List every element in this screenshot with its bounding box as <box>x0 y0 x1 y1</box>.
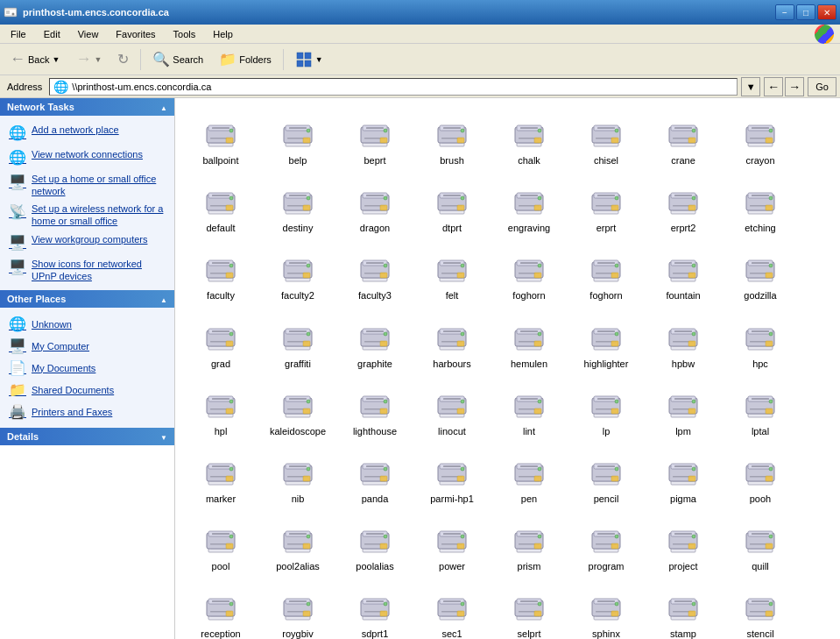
menu-tools[interactable]: Tools <box>166 27 203 41</box>
printer-item-hemulen[interactable]: hemulen <box>491 309 568 376</box>
printer-item-chalk[interactable]: chalk <box>491 105 568 173</box>
printer-item-brush[interactable]: brush <box>413 105 491 173</box>
printer-item-stamp[interactable]: stamp <box>645 579 722 639</box>
window-controls[interactable]: − □ ✕ <box>775 4 836 20</box>
my-computer-link[interactable]: 🖥️ My Computer <box>7 335 167 357</box>
printer-item-kaleidoscope[interactable]: kaleidoscope <box>259 376 336 444</box>
printer-item-project[interactable]: project <box>645 511 722 579</box>
maximize-button[interactable]: □ <box>796 4 815 20</box>
close-button[interactable]: ✕ <box>817 4 836 20</box>
printer-item-pigma[interactable]: pigma <box>645 444 722 511</box>
printer-item-erprt[interactable]: erprt <box>568 173 645 240</box>
printer-item-engraving[interactable]: engraving <box>491 173 568 240</box>
printer-item-lpm[interactable]: lpm <box>645 376 722 444</box>
view-workgroup-link[interactable]: 🖥️ View workgroup computers <box>7 231 167 255</box>
address-value[interactable]: \\printhost-um.encs.concordia.ca <box>72 82 211 92</box>
printer-item-panda[interactable]: panda <box>336 444 413 511</box>
folders-button[interactable]: 📁 Folders <box>213 48 278 70</box>
printer-item-etching[interactable]: etching <box>722 173 799 240</box>
show-upnp-link[interactable]: 🖥️ Show icons for networked UPnP devices <box>7 255 167 286</box>
views-dropdown-icon[interactable]: ▼ <box>315 55 323 64</box>
printer-item-sec1[interactable]: sec1 <box>413 579 491 639</box>
printer-item-belp[interactable]: belp <box>259 105 336 173</box>
printer-item-pool[interactable]: pool <box>182 511 259 579</box>
refresh-button[interactable]: ↻ <box>111 48 135 70</box>
printer-item-faculty2[interactable]: faculty2 <box>259 240 336 308</box>
printer-item-highlighter[interactable]: highlighter <box>568 309 645 376</box>
shared-documents-link[interactable]: 📁 Shared Documents <box>7 379 167 401</box>
printer-item-crayon[interactable]: crayon <box>722 105 799 173</box>
add-network-place-link[interactable]: 🌐 Add a network place <box>7 121 167 146</box>
menu-help[interactable]: Help <box>206 27 240 41</box>
address-dropdown-button[interactable]: ▼ <box>741 77 760 96</box>
printer-item-lp[interactable]: lp <box>568 376 645 444</box>
printer-item-stencil[interactable]: stencil <box>722 579 799 639</box>
printer-item-sdprt1[interactable]: sdprt1 <box>336 579 413 639</box>
address-back-button[interactable]: ← <box>764 77 783 96</box>
printer-item-erprt2[interactable]: erprt2 <box>645 173 722 240</box>
printer-item-pen[interactable]: pen <box>491 444 568 511</box>
menu-edit[interactable]: Edit <box>37 27 67 41</box>
printer-item-ballpoint[interactable]: ballpoint <box>182 105 259 173</box>
printer-item-quill[interactable]: quill <box>722 511 799 579</box>
printer-item-hpbw[interactable]: hpbw <box>645 309 722 376</box>
my-documents-link[interactable]: 📄 My Documents <box>7 357 167 379</box>
printer-item-dtprt[interactable]: dtprt <box>413 173 491 240</box>
printer-item-parmi-hp1[interactable]: parmi-hp1 <box>413 444 491 511</box>
printer-item-linocut[interactable]: linocut <box>413 376 491 444</box>
printer-item-roygbiv[interactable]: roygbiv <box>259 579 336 639</box>
printer-item-graphite[interactable]: graphite <box>336 309 413 376</box>
forward-button[interactable]: → ▼ <box>69 47 108 71</box>
details-header[interactable]: Details <box>0 428 174 445</box>
menu-favorites[interactable]: Favorites <box>109 27 162 41</box>
printer-item-pooh[interactable]: pooh <box>722 444 799 511</box>
printer-item-dragon[interactable]: dragon <box>336 173 413 240</box>
printer-item-graffiti[interactable]: graffiti <box>259 309 336 376</box>
printer-item-foghorn[interactable]: foghorn <box>568 240 645 308</box>
printer-item-felt[interactable]: felt <box>413 240 491 308</box>
printer-item-lighthouse[interactable]: lighthouse <box>336 376 413 444</box>
printer-item-faculty3[interactable]: faculty3 <box>336 240 413 308</box>
printer-item-faculty[interactable]: faculty <box>182 240 259 308</box>
back-dropdown-icon[interactable]: ▼ <box>52 55 60 64</box>
menu-view[interactable]: View <box>71 27 106 41</box>
back-button[interactable]: ← Back ▼ <box>4 47 66 71</box>
printers-faxes-link[interactable]: 🖨️ Printers and Faxes <box>7 401 167 422</box>
printer-item-hpc[interactable]: hpc <box>722 309 799 376</box>
printer-item-poolalias[interactable]: poolalias <box>336 511 413 579</box>
printer-item-reception[interactable]: reception <box>182 579 259 639</box>
printer-item-pool2alias[interactable]: pool2alias <box>259 511 336 579</box>
setup-wireless-link[interactable]: 📡 Set up a wireless network for a home o… <box>7 200 167 231</box>
printer-item-program[interactable]: program <box>568 511 645 579</box>
forward-dropdown-icon[interactable]: ▼ <box>94 55 102 64</box>
search-button[interactable]: 🔍 Search <box>146 48 209 70</box>
printer-item-grad[interactable]: grad <box>182 309 259 376</box>
printer-item-nib[interactable]: nib <box>259 444 336 511</box>
unknown-link[interactable]: 🌐 Unknown <box>7 313 167 335</box>
printer-item-pencil[interactable]: pencil <box>568 444 645 511</box>
view-network-connections-link[interactable]: 🌐 View network connections <box>7 146 167 170</box>
printer-item-lptal[interactable]: lptal <box>722 376 799 444</box>
setup-home-network-link[interactable]: 🖥️ Set up a home or small office network <box>7 170 167 201</box>
printer-item-harbours[interactable]: harbours <box>413 309 491 376</box>
printer-item-destiny[interactable]: destiny <box>259 173 336 240</box>
printer-item-default[interactable]: default <box>182 173 259 240</box>
printer-item-marker[interactable]: marker <box>182 444 259 511</box>
printer-item-power[interactable]: power <box>413 511 491 579</box>
address-forward-button[interactable]: → <box>785 77 804 96</box>
printer-item-godzilla[interactable]: godzilla <box>722 240 799 308</box>
printer-item-crane[interactable]: crane <box>645 105 722 173</box>
printer-item-sphinx[interactable]: sphinx <box>568 579 645 639</box>
printer-item-chisel[interactable]: chisel <box>568 105 645 173</box>
printer-item-selprt[interactable]: selprt <box>491 579 568 639</box>
printer-item-foghorn[interactable]: foghorn <box>491 240 568 308</box>
views-button[interactable]: ▼ <box>289 48 329 71</box>
go-button[interactable]: Go <box>808 77 836 96</box>
printer-item-fountain[interactable]: fountain <box>645 240 722 308</box>
network-tasks-header[interactable]: Network Tasks <box>0 98 174 116</box>
printer-item-prism[interactable]: prism <box>491 511 568 579</box>
minimize-button[interactable]: − <box>775 4 794 20</box>
menu-file[interactable]: File <box>4 27 33 41</box>
printer-item-hpl[interactable]: hpl <box>182 376 259 444</box>
printer-item-lint[interactable]: lint <box>491 376 568 444</box>
